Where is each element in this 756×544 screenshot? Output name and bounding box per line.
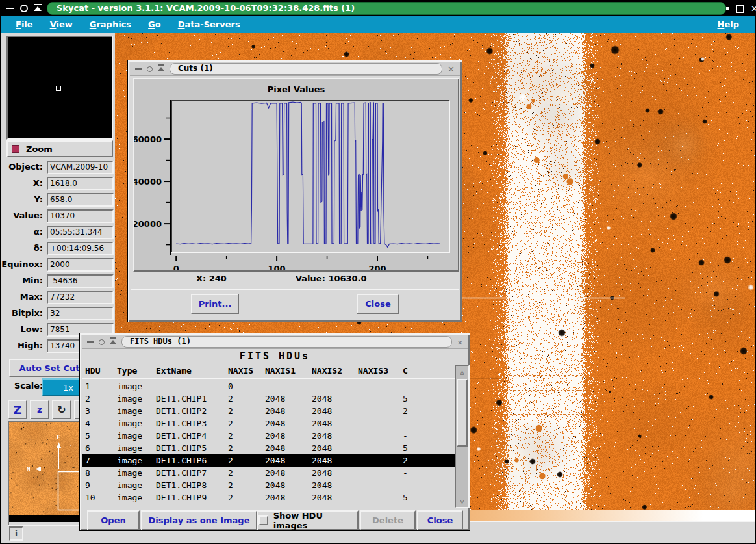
zoom-out-button[interactable]: z (30, 400, 49, 419)
zoom-marker (56, 86, 61, 91)
svg-text:40000: 40000 (134, 177, 162, 187)
table-cell: image (114, 442, 153, 454)
delete-button[interactable]: Delete (360, 510, 416, 530)
window-titlebar[interactable]: Skycat - version 3.1.1: VCAM.2009-10-06T… (1, 1, 755, 16)
cuts-close-icon[interactable]: ✕ (447, 64, 455, 74)
table-cell (400, 380, 412, 393)
table-cell: image (114, 380, 153, 393)
zoom-toggle-indicator[interactable] (12, 145, 19, 153)
table-cell: 2048 (262, 405, 309, 417)
display-as-one-image-button[interactable]: Display as one Image (141, 510, 257, 530)
field-label: Min: (1, 276, 43, 285)
svg-text:0: 0 (173, 264, 179, 270)
table-cell: - (400, 430, 412, 442)
field-label: α: (1, 227, 43, 237)
field-row: Min:-54636 (1, 274, 115, 287)
table-cell: 2048 (309, 405, 355, 417)
svg-text:60000: 60000 (134, 135, 162, 144)
show-hdu-images-checkbox[interactable]: Show HDU images (257, 510, 359, 530)
table-cell (355, 442, 400, 454)
table-row[interactable]: 2imageDET1.CHIP12204820485 (82, 393, 455, 405)
hdu-close-icon[interactable]: ✕ (457, 337, 462, 347)
scrollbar-up-icon[interactable]: △ (456, 366, 468, 378)
menu-graphics[interactable]: Graphics (90, 19, 131, 29)
field-label: Low: (1, 324, 43, 334)
zoom-in-button[interactable]: Z (8, 400, 27, 419)
cuts-maximize-icon[interactable] (158, 67, 164, 71)
open-button[interactable]: Open (87, 510, 140, 530)
field-value: 10370 (47, 209, 114, 223)
hdu-maximize-icon[interactable] (110, 340, 116, 344)
hdu-column-header: C (400, 365, 412, 378)
cuts-close-button[interactable]: Close (357, 294, 399, 314)
table-cell: 2048 (309, 454, 355, 467)
rotate-button[interactable]: ↻ (52, 400, 71, 419)
field-row: Y:658.0 (1, 193, 115, 206)
menu-go[interactable]: Go (148, 19, 161, 29)
table-cell: - (400, 417, 412, 430)
table-row[interactable]: 7imageDET1.CHIP62204820482 (82, 454, 455, 467)
table-cell: DET1.CHIP7 (153, 467, 225, 479)
window-restore-icon[interactable] (736, 5, 744, 13)
hdu-close-button[interactable]: Close (417, 510, 463, 530)
hdu-column-header: NAXIS (225, 365, 262, 378)
table-cell: DET1.CHIP3 (153, 417, 225, 430)
table-cell: DET1.CHIP4 (153, 430, 225, 442)
cuts-minimize-icon[interactable] (135, 68, 142, 70)
info-icon[interactable]: i (9, 526, 23, 541)
cuts-dialog-titlebar[interactable]: Cuts (1) ✕ (130, 62, 460, 76)
hdu-heading: FITS HDUs (80, 350, 470, 362)
print-button[interactable]: Print... (191, 294, 239, 314)
table-row[interactable]: 3imageDET1.CHIP22204820482 (82, 405, 455, 417)
field-label: δ: (1, 243, 43, 253)
fits-hdus-dialog: FITS HDUs (1) ✕ FITS HDUs HDUTypeExtName… (79, 333, 470, 531)
checkbox-indicator[interactable] (258, 515, 268, 525)
hdu-menu-icon[interactable] (99, 339, 105, 345)
menu-data-servers[interactable]: Data-Servers (178, 19, 240, 29)
field-label: Equinox: (1, 259, 43, 269)
table-cell: image (114, 430, 153, 442)
table-cell: 2 (225, 479, 262, 491)
table-cell: 8 (82, 467, 114, 479)
table-row[interactable]: 9imageDET1.CHIP8220482048- (82, 479, 455, 491)
cuts-menu-icon[interactable] (147, 66, 153, 72)
table-cell: 2048 (309, 417, 355, 430)
table-cell: 2 (225, 417, 262, 430)
hdu-dialog-titlebar[interactable]: FITS HDUs (1) ✕ (82, 335, 468, 349)
field-value: VCAM.2009-10 (47, 161, 114, 174)
table-cell (355, 417, 400, 430)
menu-file[interactable]: File (16, 19, 33, 29)
pan-window-frame (8, 421, 86, 526)
window-minimize-icon[interactable] (6, 8, 14, 9)
table-cell: 2048 (309, 442, 355, 454)
table-cell: 2 (225, 442, 262, 454)
window-menu-icon[interactable] (20, 5, 28, 12)
table-cell (355, 491, 400, 504)
table-cell: 2 (225, 491, 262, 504)
table-row[interactable]: 10imageDET1.CHIP92204820485 (82, 491, 455, 504)
window-maximize-icon[interactable] (34, 6, 42, 11)
cuts-separator (131, 289, 459, 290)
table-cell: 6 (82, 442, 114, 454)
table-row[interactable]: 8imageDET1.CHIP7220482048- (82, 467, 455, 479)
hdu-minimize-icon[interactable] (87, 341, 94, 343)
pixel-values-chart: 2000040000600000100200 (134, 79, 458, 270)
menu-help[interactable]: Help (718, 19, 739, 29)
svg-text:100: 100 (268, 264, 286, 270)
window-title: Skycat - version 3.1.1: VCAM.2009-10-06T… (47, 2, 726, 15)
table-cell: 9 (82, 479, 114, 491)
pan-window[interactable] (9, 422, 82, 522)
scrollbar-thumb[interactable] (457, 379, 468, 447)
hdu-scrollbar[interactable]: △ ▽ (455, 365, 470, 508)
window-shade-icon[interactable] (726, 7, 729, 10)
field-value: 2000 (47, 258, 114, 272)
menu-view[interactable]: View (50, 19, 73, 29)
scale-label: Scale: (14, 381, 43, 391)
table-cell: image (114, 405, 153, 417)
table-row[interactable]: 1image0 (82, 380, 455, 393)
scrollbar-down-icon[interactable]: ▽ (456, 495, 468, 507)
table-row[interactable]: 6imageDET1.CHIP52204820485 (82, 442, 455, 454)
table-row[interactable]: 4imageDET1.CHIP3220482048- (82, 417, 455, 430)
table-row[interactable]: 5imageDET1.CHIP4220482048- (82, 430, 455, 442)
window-close-icon[interactable]: ✕ (751, 5, 756, 13)
